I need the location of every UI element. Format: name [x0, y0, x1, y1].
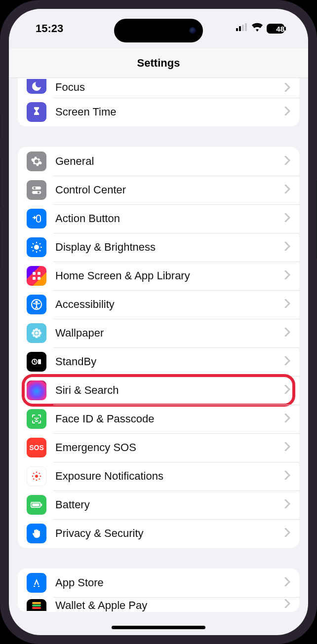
row-label: General	[55, 155, 284, 168]
home-indicator[interactable]	[112, 626, 205, 629]
settings-scroll[interactable]: Focus Screen Time General	[9, 78, 308, 635]
chevron-right-icon	[284, 156, 290, 167]
svg-rect-43	[32, 607, 41, 609]
chevron-right-icon	[284, 242, 290, 253]
svg-point-32	[32, 476, 34, 477]
accessibility-icon	[27, 295, 46, 314]
row-faceid[interactable]: Face ID & Passcode	[18, 405, 299, 433]
row-privacy[interactable]: Privacy & Security	[18, 519, 299, 548]
chevron-right-icon	[284, 442, 290, 453]
chevron-right-icon	[284, 107, 290, 117]
row-home-screen[interactable]: Home Screen & App Library	[18, 262, 299, 290]
wifi-icon	[251, 21, 263, 36]
settings-group-3: App Store Wallet & Apple Pay	[18, 568, 299, 612]
svg-point-33	[40, 476, 41, 477]
svg-point-17	[36, 301, 37, 303]
row-label: Home Screen & App Library	[55, 269, 284, 282]
row-control-center[interactable]: Control Center	[18, 176, 299, 204]
row-exposure[interactable]: Exposure Notifications	[18, 462, 299, 491]
svg-point-11	[34, 245, 39, 250]
chevron-right-icon	[284, 471, 290, 482]
screen: 15:23 48 Settings	[9, 9, 308, 635]
page-title: Settings	[137, 57, 180, 70]
row-focus[interactable]: Focus	[18, 78, 299, 98]
chevron-right-icon	[284, 83, 290, 94]
row-label: Exposure Notifications	[55, 470, 284, 483]
svg-point-31	[36, 480, 38, 481]
chevron-right-icon	[284, 356, 290, 367]
row-label: Control Center	[55, 184, 284, 196]
row-wallet[interactable]: Wallet & Apple Pay	[18, 597, 299, 612]
row-label: Action Button	[55, 212, 284, 225]
svg-point-23	[33, 329, 35, 332]
action-button-icon	[27, 209, 46, 228]
row-emergency-sos[interactable]: SOS Emergency SOS	[18, 433, 299, 462]
standby-icon	[27, 352, 46, 372]
hourglass-icon	[27, 102, 46, 122]
svg-rect-6	[32, 187, 41, 189]
front-camera	[189, 27, 196, 34]
svg-rect-1	[239, 26, 241, 31]
svg-point-21	[32, 332, 35, 335]
svg-point-22	[39, 332, 41, 335]
svg-rect-0	[236, 28, 238, 31]
chevron-right-icon	[284, 414, 290, 424]
row-display-brightness[interactable]: Display & Brightness	[18, 233, 299, 262]
svg-rect-2	[242, 25, 244, 31]
svg-point-26	[38, 334, 40, 337]
row-label: Screen Time	[55, 106, 284, 118]
chevron-right-icon	[284, 185, 290, 195]
phone-frame: 15:23 48 Settings	[0, 0, 317, 644]
faceid-icon	[27, 409, 46, 429]
svg-point-30	[36, 472, 38, 473]
row-label: Siri & Search	[55, 384, 284, 397]
cellular-icon	[236, 21, 248, 36]
sos-icon: SOS	[27, 438, 46, 457]
row-label: Focus	[55, 81, 284, 94]
row-action-button[interactable]: Action Button	[18, 204, 299, 233]
svg-rect-10	[37, 215, 40, 222]
svg-rect-5	[284, 27, 286, 31]
row-appstore[interactable]: App Store	[18, 568, 299, 597]
svg-rect-13	[38, 272, 40, 275]
chevron-right-icon	[284, 270, 290, 281]
chevron-right-icon	[284, 528, 290, 539]
svg-rect-28	[38, 359, 41, 364]
row-wallpaper[interactable]: Wallpaper	[18, 319, 299, 347]
row-label: Accessibility	[55, 298, 284, 311]
chevron-right-icon	[284, 328, 290, 339]
svg-rect-42	[32, 605, 41, 606]
row-general[interactable]: General	[18, 147, 299, 176]
row-screentime[interactable]: Screen Time	[18, 98, 299, 126]
chevron-right-icon	[284, 599, 290, 610]
row-label: Wallpaper	[55, 327, 284, 340]
svg-rect-12	[33, 272, 36, 275]
row-accessibility[interactable]: Accessibility	[18, 290, 299, 319]
row-standby[interactable]: StandBy	[18, 347, 299, 376]
battery-icon: 48	[267, 24, 286, 34]
row-label: Face ID & Passcode	[55, 413, 284, 425]
svg-point-37	[39, 478, 40, 480]
chevron-right-icon	[284, 299, 290, 310]
volume-down	[0, 220, 1, 269]
exposure-icon	[27, 466, 46, 486]
sun-icon	[27, 237, 46, 257]
settings-group-1: Focus Screen Time	[18, 78, 299, 126]
svg-rect-41	[32, 602, 41, 604]
wallet-icon	[27, 599, 46, 611]
chevron-right-icon	[284, 577, 290, 588]
chevron-right-icon	[284, 213, 290, 224]
moon-icon	[27, 79, 46, 94]
row-siri-search[interactable]: Siri & Search	[18, 376, 299, 405]
battery-icon	[27, 495, 46, 515]
svg-rect-14	[33, 277, 36, 280]
toggles-icon	[27, 180, 46, 200]
chevron-right-icon	[284, 499, 290, 510]
battery-percent: 48	[276, 25, 284, 33]
row-label: App Store	[55, 576, 284, 589]
svg-point-29	[35, 475, 38, 478]
gear-icon	[27, 152, 46, 171]
settings-group-2: General Control Center Action Button	[18, 147, 299, 548]
chevron-right-icon	[284, 385, 290, 396]
row-battery[interactable]: Battery	[18, 491, 299, 519]
